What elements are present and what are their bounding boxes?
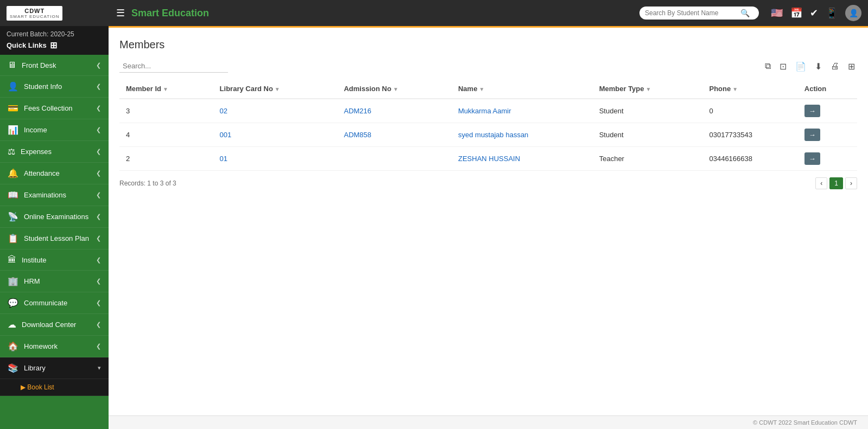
search-input[interactable] xyxy=(645,9,737,17)
whatsapp-icon[interactable]: 📱 xyxy=(826,7,838,19)
calendar-icon[interactable]: 📅 xyxy=(790,7,802,19)
sidebar-item-examinations[interactable]: 📖 Examinations ❮ xyxy=(0,184,109,206)
logo-bot: SMART EDUCATION xyxy=(10,14,59,19)
avatar[interactable]: 👤 xyxy=(845,5,861,21)
sidebar-item-library[interactable]: 📚 Library ▾ xyxy=(0,357,109,379)
sidebar-item-left: 📊 Income xyxy=(8,125,47,135)
sidebar-chevron-fees-collection: ❮ xyxy=(96,105,101,112)
col-header-phone[interactable]: Phone▼ xyxy=(702,79,797,99)
grid-icon[interactable]: ⊞ xyxy=(50,40,57,50)
view-icon[interactable]: ⊡ xyxy=(777,60,789,73)
sidebar-chevron-institute: ❮ xyxy=(96,257,101,264)
cell-library_card_no-2[interactable]: 01 xyxy=(213,147,338,171)
sidebar-chevron-income: ❮ xyxy=(96,126,101,133)
col-header-member_id[interactable]: Member Id▼ xyxy=(119,79,213,99)
copy-icon[interactable]: ⧉ xyxy=(763,60,773,73)
sidebar-label-fees-collection: Fees Collection xyxy=(24,104,73,112)
cell-library_card_no-1[interactable]: 001 xyxy=(213,123,338,147)
cell-action-1[interactable]: → xyxy=(798,123,857,147)
content-card: Members ⧉⊡📄⬇🖨⊞ Member Id▼Library Card No… xyxy=(109,26,868,415)
table-search-input[interactable] xyxy=(119,60,228,73)
checkmark-icon[interactable]: ✔ xyxy=(810,7,818,19)
cell-library_card_no-0[interactable]: 02 xyxy=(213,99,338,123)
sidebar-item-online-examinations[interactable]: 📡 Online Examinations ❮ xyxy=(0,206,109,228)
sort-arrow-admission_no: ▼ xyxy=(393,86,398,92)
sidebar-label-student-info: Student Info xyxy=(24,82,62,91)
sidebar-item-student-lesson-plan[interactable]: 📋 Student Lesson Plan ❮ xyxy=(0,228,109,249)
table-row: 201ZESHAN HUSSAINTeacher03446166638→ xyxy=(119,147,857,171)
page-title: Members xyxy=(119,39,857,51)
sidebar-item-left: ☁ Download Center xyxy=(8,319,76,330)
cell-member_type-2: Teacher xyxy=(593,147,703,171)
subitem-label-book-list: Book List xyxy=(27,383,54,391)
cell-name-0[interactable]: Mukkarma Aamir xyxy=(452,99,593,123)
action-button-1[interactable]: → xyxy=(804,129,820,141)
cell-name-1[interactable]: syed mustajab hassan xyxy=(452,123,593,147)
sidebar-label-online-examinations: Online Examinations xyxy=(24,213,88,221)
sidebar-item-student-info[interactable]: 👤 Student Info ❮ xyxy=(0,76,109,98)
col-header-name[interactable]: Name▼ xyxy=(452,79,593,99)
col-header-library_card_no[interactable]: Library Card No▼ xyxy=(213,79,338,99)
cell-phone-2: 03446166638 xyxy=(702,147,797,171)
cell-admission_no-0[interactable]: ADM216 xyxy=(337,99,452,123)
cell-admission_no-2[interactable] xyxy=(337,147,452,171)
flag-icon[interactable]: 🇺🇸 xyxy=(771,7,783,19)
page-1-button[interactable]: 1 xyxy=(829,177,843,189)
cell-member_id-2: 2 xyxy=(119,147,213,171)
sidebar-item-attendance[interactable]: 🔔 Attendance ❮ xyxy=(0,163,109,184)
col-header-admission_no[interactable]: Admission No▼ xyxy=(337,79,452,99)
next-page-button[interactable]: › xyxy=(845,177,857,189)
records-label: Records: 1 to 3 of 3 xyxy=(119,180,176,187)
sidebar-items-container: 🖥 Front Desk ❮ 👤 Student Info ❮ 💳 Fees C… xyxy=(0,55,109,396)
sidebar-item-left: 🏠 Homework xyxy=(8,341,58,351)
sidebar-top: Current Batch: 2020-25 Quick Links ⊞ xyxy=(0,26,109,55)
print-icon[interactable]: 🖨 xyxy=(828,60,841,73)
sort-arrow-name: ▼ xyxy=(479,86,484,92)
table-search xyxy=(119,60,228,73)
col-header-member_type[interactable]: Member Type▼ xyxy=(593,79,703,99)
columns-icon[interactable]: ⊞ xyxy=(846,60,857,73)
sidebar-icon-income: 📊 xyxy=(8,125,18,135)
sidebar-item-institute[interactable]: 🏛 Institute ❮ xyxy=(0,249,109,271)
cell-action-2[interactable]: → xyxy=(798,147,857,171)
sidebar-item-left: 🔔 Attendance xyxy=(8,168,60,178)
sidebar-item-homework[interactable]: 🏠 Homework ❮ xyxy=(0,336,109,357)
sidebar-item-income[interactable]: 📊 Income ❮ xyxy=(0,119,109,141)
sidebar-label-examinations: Examinations xyxy=(24,191,66,199)
main-content: Members ⧉⊡📄⬇🖨⊞ Member Id▼Library Card No… xyxy=(109,26,868,429)
cell-admission_no-1[interactable]: ADM858 xyxy=(337,123,452,147)
sidebar-chevron-expenses: ❮ xyxy=(96,148,101,155)
table-row: 302ADM216Mukkarma AamirStudent0→ xyxy=(119,99,857,123)
sidebar-item-hrm[interactable]: 🏢 HRM ❮ xyxy=(0,271,109,292)
sidebar-item-communicate[interactable]: 💬 Communicate ❮ xyxy=(0,292,109,314)
sidebar-subitem-book-list[interactable]: ▶ Book List xyxy=(0,379,109,396)
action-button-2[interactable]: → xyxy=(804,152,820,165)
search-icon[interactable]: 🔍 xyxy=(740,9,750,17)
action-button-0[interactable]: → xyxy=(804,105,820,117)
sidebar-item-left: 📚 Library xyxy=(8,363,46,373)
sidebar-label-attendance: Attendance xyxy=(24,169,60,177)
footer-text: © CDWT 2022 Smart Education CDWT xyxy=(753,419,857,426)
sidebar-label-library: Library xyxy=(24,364,46,372)
download-icon[interactable]: ⬇ xyxy=(813,60,824,73)
sidebar-chevron-hrm: ❮ xyxy=(96,278,101,285)
cell-name-2[interactable]: ZESHAN HUSSAIN xyxy=(452,147,593,171)
sidebar-label-income: Income xyxy=(24,126,47,134)
cell-member_id-1: 4 xyxy=(119,123,213,147)
hamburger-icon[interactable]: ☰ xyxy=(116,7,125,19)
table-footer: Records: 1 to 3 of 3 ‹ 1 › xyxy=(119,177,857,189)
prev-page-button[interactable]: ‹ xyxy=(815,177,827,189)
sidebar-chevron-examinations: ❮ xyxy=(96,191,101,199)
sidebar-chevron-communicate: ❮ xyxy=(96,299,101,306)
sidebar-item-fees-collection[interactable]: 💳 Fees Collection ❮ xyxy=(0,98,109,119)
app-title: Smart Education xyxy=(131,8,633,19)
sidebar-icon-attendance: 🔔 xyxy=(8,168,18,178)
table-row: 4001ADM858syed mustajab hassanStudent030… xyxy=(119,123,857,147)
logo-area: CDWT SMART EDUCATION xyxy=(7,6,110,21)
document-icon[interactable]: 📄 xyxy=(793,60,808,73)
cell-action-0[interactable]: → xyxy=(798,99,857,123)
sidebar-item-expenses[interactable]: ⚖ Expenses ❮ xyxy=(0,141,109,163)
sidebar-item-download-center[interactable]: ☁ Download Center ❮ xyxy=(0,314,109,336)
sidebar-item-front-desk[interactable]: 🖥 Front Desk ❮ xyxy=(0,55,109,76)
sidebar-item-left: 📋 Student Lesson Plan xyxy=(8,233,89,244)
